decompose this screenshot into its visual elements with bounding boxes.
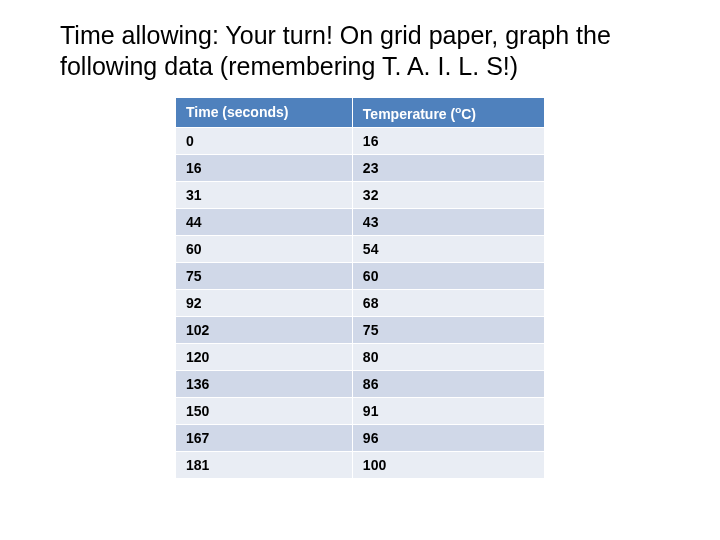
cell-temperature: 100: [352, 452, 544, 479]
temp-header-prefix: Temperature (: [363, 105, 455, 121]
table-row: 12080: [176, 344, 545, 371]
table-row: 181100: [176, 452, 545, 479]
table-row: 15091: [176, 398, 545, 425]
table-row: 13686: [176, 371, 545, 398]
cell-temperature: 60: [352, 263, 544, 290]
cell-time: 92: [176, 290, 353, 317]
col-header-temperature: Temperature (oC): [352, 97, 544, 128]
table-row: 9268: [176, 290, 545, 317]
table-row: 7560: [176, 263, 545, 290]
cell-temperature: 54: [352, 236, 544, 263]
cell-temperature: 32: [352, 182, 544, 209]
cell-temperature: 43: [352, 209, 544, 236]
cell-temperature: 91: [352, 398, 544, 425]
cell-time: 102: [176, 317, 353, 344]
cell-time: 136: [176, 371, 353, 398]
cell-temperature: 16: [352, 128, 544, 155]
cell-time: 44: [176, 209, 353, 236]
cell-temperature: 86: [352, 371, 544, 398]
cell-time: 150: [176, 398, 353, 425]
cell-time: 60: [176, 236, 353, 263]
cell-time: 0: [176, 128, 353, 155]
data-table: Time (seconds) Temperature (oC) 01616233…: [175, 97, 545, 480]
cell-time: 75: [176, 263, 353, 290]
table-container: Time (seconds) Temperature (oC) 01616233…: [60, 97, 660, 480]
cell-temperature: 80: [352, 344, 544, 371]
cell-temperature: 75: [352, 317, 544, 344]
cell-temperature: 23: [352, 155, 544, 182]
cell-time: 181: [176, 452, 353, 479]
table-row: 1623: [176, 155, 545, 182]
cell-temperature: 68: [352, 290, 544, 317]
table-row: 6054: [176, 236, 545, 263]
cell-temperature: 96: [352, 425, 544, 452]
table-row: 10275: [176, 317, 545, 344]
table-row: 16796: [176, 425, 545, 452]
cell-time: 120: [176, 344, 353, 371]
table-header-row: Time (seconds) Temperature (oC): [176, 97, 545, 128]
cell-time: 31: [176, 182, 353, 209]
cell-time: 167: [176, 425, 353, 452]
table-row: 3132: [176, 182, 545, 209]
col-header-time: Time (seconds): [176, 97, 353, 128]
table-row: 4443: [176, 209, 545, 236]
temp-header-suffix: C): [461, 105, 476, 121]
cell-time: 16: [176, 155, 353, 182]
table-row: 016: [176, 128, 545, 155]
table-body: 0161623313244436054756092681027512080136…: [176, 128, 545, 479]
slide-heading: Time allowing: Your turn! On grid paper,…: [60, 20, 660, 83]
